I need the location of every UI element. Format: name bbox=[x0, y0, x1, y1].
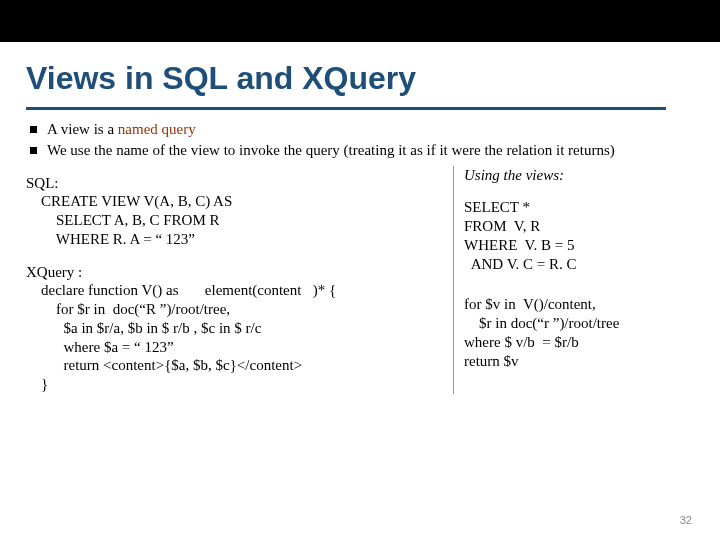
slide-body: A view is a named query We use the name … bbox=[26, 120, 694, 394]
using-xquery-code: for $v in V()/content, $r in doc(“r ”)/r… bbox=[464, 295, 694, 370]
right-column: Using the views: SELECT * FROM V, R WHER… bbox=[453, 166, 694, 394]
sql-label: SQL: bbox=[26, 174, 447, 193]
using-heading: Using the views: bbox=[464, 166, 694, 185]
bullet-square-icon bbox=[30, 147, 37, 154]
bullet-text: A view is a named query bbox=[47, 120, 196, 139]
xquery-code: declare function V() as element(content … bbox=[26, 281, 447, 394]
using-sql-code: SELECT * FROM V, R WHERE V. B = 5 AND V.… bbox=[464, 198, 694, 273]
bullet-item: We use the name of the view to invoke th… bbox=[26, 141, 694, 160]
left-column: SQL: CREATE VIEW V(A, B, C) AS SELECT A,… bbox=[26, 170, 447, 394]
sql-code: CREATE VIEW V(A, B, C) AS SELECT A, B, C… bbox=[26, 192, 447, 248]
bullet-item: A view is a named query bbox=[26, 120, 694, 139]
bullet-text: We use the name of the view to invoke th… bbox=[47, 141, 615, 160]
xquery-label: XQuery : bbox=[26, 263, 447, 282]
bullet-list: A view is a named query We use the name … bbox=[26, 120, 694, 160]
slide-title: Views in SQL and XQuery bbox=[26, 60, 666, 110]
top-black-bar bbox=[0, 0, 720, 42]
bullet-square-icon bbox=[30, 126, 37, 133]
page-number: 32 bbox=[680, 514, 692, 526]
bullet-text-lead: A view is a bbox=[47, 121, 118, 137]
bullet-text-highlight: named query bbox=[118, 121, 196, 137]
